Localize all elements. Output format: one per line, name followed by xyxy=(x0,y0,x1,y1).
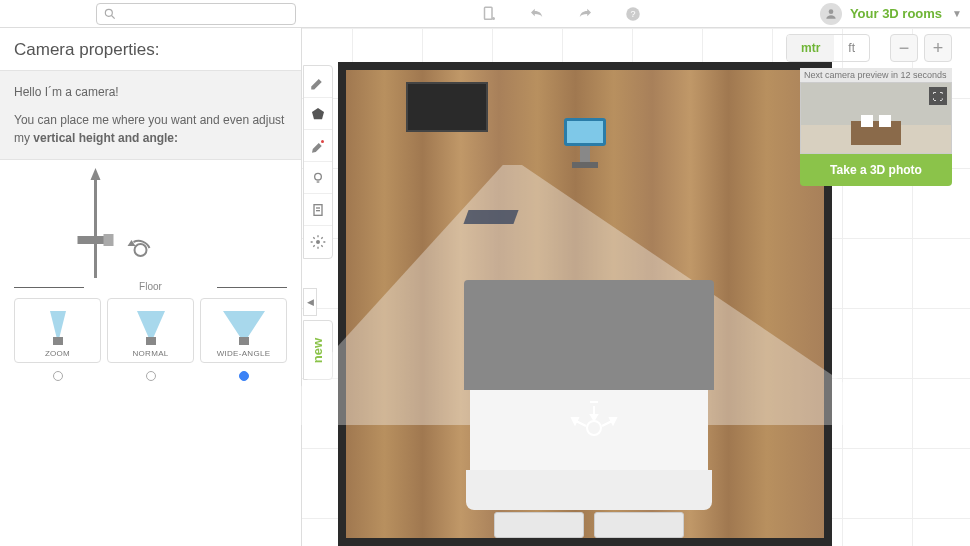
furniture-bed[interactable] xyxy=(464,280,714,538)
rooms-link[interactable]: Your 3D rooms xyxy=(850,6,942,21)
undo-icon[interactable] xyxy=(528,5,546,23)
svg-text:?: ? xyxy=(630,9,635,19)
zoom-out-button[interactable]: − xyxy=(890,34,918,62)
preview-countdown: Next camera preview in 12 seconds xyxy=(800,68,952,82)
preview-furniture xyxy=(851,121,901,145)
lens-options: ZOOM NORMAL WIDE-ANGLE xyxy=(0,292,301,363)
take-3d-photo-button[interactable]: Take a 3D photo xyxy=(800,154,952,186)
svg-rect-2 xyxy=(485,7,493,19)
radio-normal[interactable] xyxy=(146,371,156,381)
avatar[interactable] xyxy=(820,3,842,25)
top-center-tools: ? xyxy=(480,5,642,23)
collapse-sidebar-icon[interactable]: ◀ xyxy=(303,288,317,316)
dropdown-caret-icon[interactable]: ▼ xyxy=(952,8,962,19)
svg-rect-16 xyxy=(146,337,156,345)
canvas[interactable]: ◀ new mtr ft − + xyxy=(302,28,970,546)
svg-rect-10 xyxy=(104,234,114,246)
tool-column xyxy=(303,65,333,259)
svg-rect-14 xyxy=(53,337,63,345)
unit-ft[interactable]: ft xyxy=(834,35,869,61)
lens-wide[interactable]: WIDE-ANGLE xyxy=(200,298,287,363)
camera-intro-box: Hello I´m a camera! You can place me whe… xyxy=(0,70,301,160)
unit-mtr[interactable]: mtr xyxy=(787,35,834,61)
tool-light-icon[interactable] xyxy=(304,162,332,194)
tool-clipboard-icon[interactable] xyxy=(304,194,332,226)
tool-settings-icon[interactable] xyxy=(304,226,332,258)
search-icon xyxy=(103,7,117,21)
top-bar: ? Your 3D rooms ▼ xyxy=(0,0,970,28)
fullscreen-icon[interactable]: ⛶ xyxy=(929,87,947,105)
svg-rect-18 xyxy=(239,337,249,345)
preview-image: ⛶ xyxy=(800,82,952,154)
svg-point-3 xyxy=(493,17,495,19)
radio-wide[interactable] xyxy=(239,371,249,381)
svg-point-21 xyxy=(315,173,322,180)
furniture-rug[interactable] xyxy=(463,210,518,224)
hello-text: Hello I´m a camera! xyxy=(14,83,287,101)
floor-label: Floor xyxy=(14,281,287,292)
desc-text: You can place me where you want and even… xyxy=(14,111,287,147)
sidebar: Camera properties: Hello I´m a camera! Y… xyxy=(0,28,302,546)
camera-preview-panel: Next camera preview in 12 seconds ⛶ Take… xyxy=(800,68,952,186)
camera-object[interactable] xyxy=(564,118,606,168)
lens-normal[interactable]: NORMAL xyxy=(107,298,194,363)
tool-shape-icon[interactable] xyxy=(304,98,332,130)
svg-line-1 xyxy=(112,15,115,18)
svg-point-26 xyxy=(316,240,320,244)
tool-draw-icon[interactable] xyxy=(304,66,332,98)
svg-point-11 xyxy=(135,244,147,256)
redo-icon[interactable] xyxy=(576,5,594,23)
zoom-in-button[interactable]: + xyxy=(924,34,952,62)
unit-toggle: mtr ft xyxy=(786,34,870,62)
zoom-controls: − + xyxy=(890,34,952,62)
svg-marker-19 xyxy=(312,108,324,119)
lens-radios xyxy=(0,363,301,389)
top-right: Your 3D rooms ▼ xyxy=(820,3,962,25)
device-icon[interactable] xyxy=(480,5,498,23)
height-angle-diagram[interactable]: Floor xyxy=(14,160,287,292)
search-input[interactable] xyxy=(96,3,296,25)
svg-marker-8 xyxy=(91,168,101,180)
svg-point-0 xyxy=(105,9,112,16)
help-icon[interactable]: ? xyxy=(624,5,642,23)
tool-paint-icon[interactable] xyxy=(304,130,332,162)
furniture-tv[interactable] xyxy=(406,82,488,132)
sidebar-title: Camera properties: xyxy=(0,40,301,70)
svg-point-20 xyxy=(321,140,324,143)
lens-zoom[interactable]: ZOOM xyxy=(14,298,101,363)
radio-zoom[interactable] xyxy=(53,371,63,381)
svg-point-6 xyxy=(829,9,834,14)
room-floorplan[interactable] xyxy=(338,62,832,546)
